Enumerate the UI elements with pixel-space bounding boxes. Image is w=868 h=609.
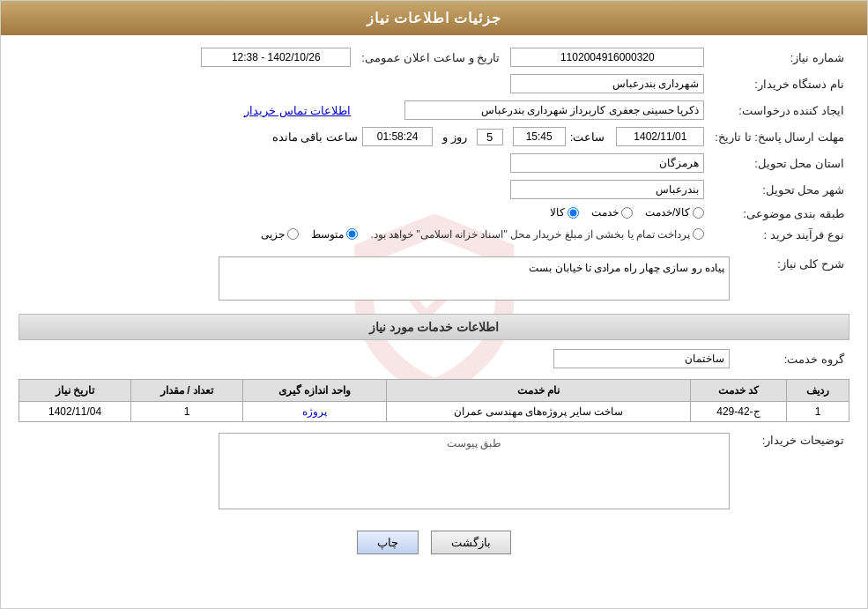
- cell-quantity: 1: [131, 402, 243, 422]
- services-table: ردیف کد خدمت نام خدمت واحد اندازه گیری ت…: [19, 379, 849, 422]
- main-content: شماره نیاز: تاریخ و ساعت اعلان عمومی: نا…: [1, 35, 867, 577]
- deadline-days-label: روز و: [442, 130, 467, 144]
- deadline-remaining-input[interactable]: [362, 127, 433, 146]
- category-label: طبقه بندی موضوعی:: [709, 203, 849, 225]
- buyer-notes-placeholder: طبق پیوست: [221, 435, 727, 451]
- purchase-type-note[interactable]: پرداخت تمام یا بخشی از مبلغ خریدار محل "…: [370, 228, 704, 241]
- announce-datetime-label: تاریخ و ساعت اعلان عمومی:: [356, 44, 505, 71]
- purchase-type-radio-group: پرداخت تمام یا بخشی از مبلغ خریدار محل "…: [261, 228, 704, 241]
- need-number-input[interactable]: [510, 48, 704, 67]
- service-group-input[interactable]: [553, 349, 730, 368]
- deadline-time-label: ساعت:: [570, 130, 605, 144]
- buyer-org-label: نام دستگاه خریدار:: [709, 71, 849, 97]
- creator-input[interactable]: [404, 100, 704, 120]
- service-group-section: گروه خدمت:: [19, 345, 849, 372]
- col-header-service-name: نام خدمت: [386, 380, 690, 402]
- cell-service-name: ساخت سایر پروژه‌های مهندسی عمران: [386, 402, 690, 422]
- deadline-date-input[interactable]: [616, 127, 704, 146]
- category-option-goods[interactable]: کالا: [550, 206, 579, 219]
- page-title: جزئیات اطلاعات نیاز: [367, 11, 502, 26]
- announce-datetime-input[interactable]: [201, 48, 351, 67]
- province-input[interactable]: [510, 153, 704, 173]
- form-section-1: شماره نیاز: تاریخ و ساعت اعلان عمومی: نا…: [19, 44, 849, 246]
- description-section: شرح کلی نیاز: پیاده رو سازی چهار راه مرا…: [19, 253, 849, 307]
- creator-label: ایجاد کننده درخواست:: [709, 97, 849, 123]
- col-header-service-code: کد خدمت: [690, 380, 786, 402]
- cell-unit: پروژه: [243, 402, 387, 422]
- purchase-type-label: نوع فرآیند خرید :: [709, 225, 849, 247]
- button-bar: بازگشت چاپ: [19, 520, 849, 568]
- buyer-notes-label: توضیحات خریدار:: [762, 434, 844, 447]
- deadline-time-input[interactable]: [513, 127, 566, 146]
- category-option-goods-services[interactable]: کالا/خدمت: [645, 206, 704, 219]
- need-number-label: شماره نیاز:: [709, 44, 849, 71]
- category-option-service[interactable]: خدمت: [591, 206, 633, 219]
- col-header-row-num: ردیف: [787, 380, 849, 402]
- deadline-remaining-label: ساعت باقی مانده: [272, 130, 358, 144]
- service-group-label: گروه خدمت:: [784, 353, 844, 366]
- form-content: شماره نیاز: تاریخ و ساعت اعلان عمومی: نا…: [19, 44, 849, 568]
- back-button[interactable]: بازگشت: [431, 531, 511, 554]
- description-textarea[interactable]: پیاده رو سازی چهار راه مرادی تا خیابان ب…: [219, 256, 730, 301]
- deadline-label: مهلت ارسال پاسخ: تا تاریخ:: [709, 123, 849, 150]
- buyer-org-input[interactable]: [510, 74, 704, 93]
- print-button[interactable]: چاپ: [357, 531, 419, 554]
- province-label: استان محل تحویل:: [709, 150, 849, 176]
- table-row: 1 ج-42-429 ساخت سایر پروژه‌های مهندسی عم…: [19, 402, 849, 422]
- buyer-notes-section: توضیحات خریدار: طبق پیوست: [19, 429, 849, 513]
- deadline-days-value: 5: [477, 129, 503, 145]
- category-radio-group: کالا/خدمت خدمت کالا: [550, 206, 704, 219]
- page-container: جزئیات اطلاعات نیاز شماره نیاز: تاریخ و …: [0, 0, 868, 609]
- purchase-type-medium[interactable]: متوسط: [311, 228, 358, 241]
- col-header-quantity: تعداد / مقدار: [131, 380, 243, 402]
- description-label: شرح کلی نیاز:: [777, 257, 844, 271]
- services-section-header: اطلاعات خدمات مورد نیاز: [19, 314, 849, 340]
- cell-service-code: ج-42-429: [690, 402, 786, 422]
- page-header: جزئیات اطلاعات نیاز: [1, 1, 867, 35]
- city-label: شهر محل تحویل:: [709, 176, 849, 203]
- col-header-date: تاریخ نیاز: [19, 380, 131, 402]
- contact-link[interactable]: اطلاعات تماس خریدار: [244, 104, 351, 117]
- city-input[interactable]: [510, 180, 704, 199]
- col-header-unit: واحد اندازه گیری: [243, 380, 387, 402]
- buyer-notes-textarea[interactable]: [219, 451, 727, 504]
- cell-row-num: 1: [787, 402, 849, 422]
- cell-date: 1402/11/04: [19, 402, 131, 422]
- purchase-type-small[interactable]: جزیی: [261, 228, 299, 241]
